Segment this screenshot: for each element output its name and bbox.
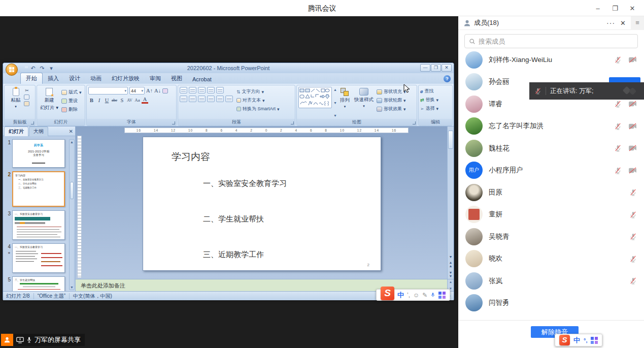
- align-text-button[interactable]: 对齐文本 ▾: [236, 97, 280, 104]
- slide-thumbnail-2[interactable]: 学习内容 一、实验室安全教育学习 二、学生就业帮扶 三、近期教学工作: [12, 171, 65, 207]
- slide-item-2[interactable]: 二、学生就业帮扶: [203, 214, 264, 224]
- ime-toolbar-local[interactable]: S 中 °,: [555, 334, 602, 346]
- member-row[interactable]: 田原: [458, 181, 644, 204]
- member-row[interactable]: 刘祥伟-Xiang-WeiLiu: [458, 49, 644, 71]
- paste-button[interactable]: 粘贴▾: [10, 87, 22, 118]
- reset-button[interactable]: 重设: [61, 97, 82, 105]
- member-row[interactable]: 闫智勇: [458, 292, 644, 314]
- sogou-logo-icon[interactable]: S: [559, 335, 570, 345]
- office-button[interactable]: [6, 64, 18, 76]
- select-button[interactable]: ➢选择 ▾: [420, 105, 451, 112]
- mic-muted-icon[interactable]: [629, 233, 637, 240]
- member-row[interactable]: 晓欢: [458, 248, 644, 270]
- mic-muted-icon[interactable]: [629, 277, 637, 284]
- mic-muted-icon[interactable]: [629, 211, 637, 218]
- shrink-font-icon[interactable]: A↓: [154, 88, 161, 93]
- tab-slideshow[interactable]: 幻灯片放映: [107, 73, 145, 84]
- scroll-down-icon[interactable]: ▼: [70, 286, 74, 289]
- pen-icon[interactable]: ✎: [422, 292, 427, 299]
- numbering-button[interactable]: [189, 87, 196, 93]
- panel-close-icon[interactable]: ✕: [69, 129, 73, 134]
- tab-animations[interactable]: 动画: [85, 73, 107, 84]
- maximize-button[interactable]: ❐: [606, 0, 624, 16]
- justify-button[interactable]: [207, 96, 215, 102]
- ime-menu-grid-icon[interactable]: [591, 337, 598, 344]
- strikethrough-button[interactable]: abe: [111, 98, 118, 103]
- vertical-scrollbar[interactable]: ▼ ▲▲ ▼▼: [447, 126, 454, 279]
- quick-styles-button[interactable]: 快速样式▾: [353, 87, 375, 118]
- bold-button[interactable]: B: [88, 98, 95, 103]
- shapes-gallery-scroll[interactable]: ▲▼▼: [333, 87, 337, 118]
- ppt-restore-button[interactable]: ❐: [431, 64, 441, 72]
- ppt-minimize-button[interactable]: —: [420, 64, 430, 72]
- character-spacing-button[interactable]: AV: [126, 98, 133, 103]
- dialog-launcher-icon[interactable]: [413, 121, 416, 124]
- member-row[interactable]: 吴晓青: [458, 226, 644, 248]
- mic-muted-icon[interactable]: [614, 167, 622, 174]
- status-language[interactable]: 中文(简体，中国): [73, 293, 112, 300]
- bullets-button[interactable]: [180, 87, 187, 93]
- text-direction-button[interactable]: ⇅文字方向 ▾: [236, 88, 280, 96]
- mic-muted-icon[interactable]: [614, 122, 622, 130]
- member-row[interactable]: 张岚: [458, 270, 644, 292]
- mic-muted-icon[interactable]: [629, 255, 637, 263]
- tab-home[interactable]: 开始: [20, 73, 43, 84]
- delete-button[interactable]: 删除: [61, 106, 82, 113]
- replace-button[interactable]: ⇄替换 ▾: [420, 96, 451, 104]
- new-slide-button[interactable]: 新建 幻灯片 ▾: [39, 87, 60, 118]
- slide-thumbnail-3[interactable]: 一、实验室安全教育学习: [12, 210, 65, 240]
- mic-muted-icon[interactable]: [614, 100, 622, 108]
- slide-thumbnail-5[interactable]: 二、学生就业帮扶: [12, 276, 65, 291]
- underline-button[interactable]: U: [104, 98, 110, 103]
- find-button[interactable]: ⌀查找: [420, 87, 451, 95]
- tab-insert[interactable]: 插入: [43, 73, 64, 84]
- line-spacing-button[interactable]: [216, 87, 224, 93]
- next-slide-icon[interactable]: ▼▼: [448, 271, 454, 278]
- panel-layout-icon[interactable]: ≡: [631, 16, 644, 30]
- change-case-button[interactable]: Aa: [134, 98, 141, 103]
- grow-font-icon[interactable]: A↑: [146, 88, 153, 93]
- columns-button[interactable]: [225, 96, 233, 102]
- shape-fill-button[interactable]: 形状填充 ▾: [377, 88, 406, 96]
- member-row[interactable]: 忘了名字叫李加洪: [458, 115, 644, 138]
- search-members-input[interactable]: [479, 38, 633, 45]
- dialog-launcher-icon[interactable]: [31, 121, 34, 124]
- slide-canvas[interactable]: 学习内容 一、实验室安全教育学习 二、学生就业帮扶 三、近期教学工作 2: [143, 137, 381, 271]
- shapes-gallery[interactable]: [298, 87, 332, 108]
- ime-menu-grid-icon[interactable]: [438, 292, 446, 299]
- align-left-button[interactable]: [180, 96, 187, 102]
- camera-off-icon[interactable]: [628, 167, 637, 174]
- slide-item-3[interactable]: 三、近期教学工作: [203, 250, 264, 260]
- slide-thumbnail-1[interactable]: 药学系 2021-2022-2学期 业务学习: [12, 139, 65, 168]
- outline-tab[interactable]: 大纲: [29, 126, 48, 136]
- previous-slide-icon[interactable]: ▲▲: [448, 261, 454, 268]
- smartart-button[interactable]: 转换为 SmartArt ▾: [236, 105, 280, 113]
- slides-scrollbar[interactable]: ▲ ▼: [69, 139, 75, 290]
- format-painter-icon[interactable]: [24, 101, 29, 106]
- tab-review[interactable]: 审阅: [145, 73, 166, 84]
- minimize-button[interactable]: –: [589, 0, 606, 16]
- help-icon[interactable]: ?: [444, 75, 451, 82]
- ime-mode-chinese[interactable]: 中: [573, 336, 580, 345]
- mic-muted-icon[interactable]: [614, 56, 622, 64]
- italic-button[interactable]: I: [96, 98, 103, 103]
- scroll-up-icon[interactable]: ▲: [70, 140, 74, 144]
- camera-off-icon[interactable]: [628, 145, 637, 151]
- sogou-logo-icon[interactable]: S: [381, 287, 394, 300]
- align-center-button[interactable]: [189, 96, 196, 102]
- ime-punctuation-icon[interactable]: °,: [584, 337, 587, 343]
- camera-off-icon[interactable]: [628, 56, 637, 63]
- emoji-icon[interactable]: ☺: [413, 292, 419, 299]
- decrease-indent-button[interactable]: [198, 87, 206, 93]
- slide-title[interactable]: 学习内容: [172, 150, 210, 164]
- member-row[interactable]: 用户 小程序用户: [458, 160, 644, 182]
- ime-mode-chinese[interactable]: 中: [397, 291, 404, 300]
- scroll-down-icon[interactable]: ▼: [448, 255, 454, 259]
- panel-close-icon[interactable]: ✕: [619, 19, 631, 27]
- mic-muted-icon[interactable]: [614, 144, 622, 152]
- font-size-combobox[interactable]: 44▾: [129, 87, 145, 94]
- align-right-button[interactable]: [198, 96, 206, 102]
- slide-item-1[interactable]: 一、实验室安全教育学习: [203, 179, 287, 188]
- slides-tab[interactable]: 幻灯片: [4, 126, 28, 136]
- slide-thumbnail-4[interactable]: 一、实验室安全教育学习: [12, 243, 65, 273]
